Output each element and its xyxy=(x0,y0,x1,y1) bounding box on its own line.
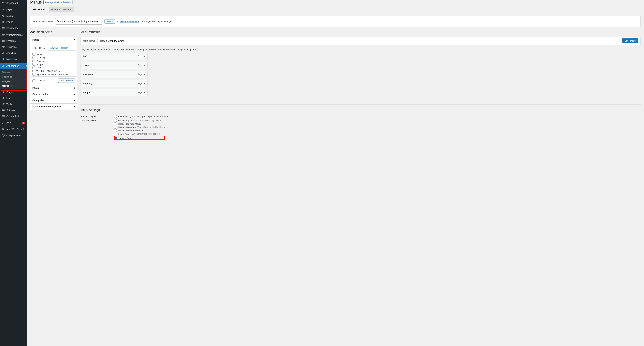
chevron-down-icon[interactable]: ▾ xyxy=(144,91,145,94)
menu-structure-item[interactable]: Sales Page ▾ xyxy=(80,62,148,69)
live-preview-button[interactable]: Manage with Live Preview xyxy=(44,0,72,4)
tab-manage-locations[interactable]: Manage Locations xyxy=(49,7,74,12)
location-checkbox[interactable] xyxy=(114,129,117,132)
sidebar-label: Users xyxy=(6,97,25,100)
accordion-container: Pages ▴ Most Recent View All Search Sale… xyxy=(30,36,77,110)
location-text: Header Top Area xyxy=(118,119,134,122)
submenu-menus[interactable]: Menus xyxy=(0,84,27,88)
page-label: Wishlist — Wishlist Page xyxy=(36,70,60,72)
select-all-label[interactable]: Select All xyxy=(32,79,45,82)
page-checkbox[interactable] xyxy=(32,66,35,69)
suffix-text: . Don't forget to save your changes! xyxy=(139,20,173,23)
sidebar-collapse[interactable]: Collapse menu xyxy=(0,132,27,138)
svg-rect-6 xyxy=(2,116,3,117)
menu-structure-item[interactable]: FAQ Page ▾ xyxy=(80,53,148,60)
page-checkbox[interactable] xyxy=(32,63,35,66)
select-button[interactable]: Select xyxy=(104,19,115,24)
svg-point-10 xyxy=(2,134,4,136)
auto-add-option[interactable]: Automatically add new top-level pages to… xyxy=(114,115,168,118)
pages-tabs: Most Recent View All Search xyxy=(32,44,75,50)
submenu-widgets[interactable]: Widgets xyxy=(0,79,27,84)
sidebar-item-posts[interactable]: Posts xyxy=(0,7,27,13)
sidebar-item-marketing[interactable]: Marketing xyxy=(0,56,27,62)
page-checkbox[interactable] xyxy=(32,73,35,76)
location-checkbox[interactable] xyxy=(114,119,117,122)
page-checkbox[interactable] xyxy=(32,53,35,56)
accordion-posts-header[interactable]: Posts ▾ xyxy=(30,85,77,91)
submenu-customize[interactable]: Customize xyxy=(0,74,27,79)
page-label: My account — My Account Page xyxy=(36,73,68,76)
chevron-down-icon[interactable]: ▾ xyxy=(144,73,145,76)
tab-view-all[interactable]: View All xyxy=(48,46,59,50)
select-all-checkbox[interactable] xyxy=(32,79,35,82)
sidebar-item-tools[interactable]: Tools xyxy=(0,101,27,107)
sidebar-item-seo[interactable]: Y SEO 2 xyxy=(0,120,27,126)
tab-most-recent[interactable]: Most Recent xyxy=(32,46,48,50)
select-all-row: Select All Add to Menu xyxy=(30,76,77,85)
sidebar-item-pages[interactable]: Pages xyxy=(0,19,27,25)
location-option[interactable]: Header Main Area (Currently set to: Mobi… xyxy=(114,126,165,128)
menu-item-type: Page xyxy=(138,73,142,76)
sidebar-label: Posts xyxy=(6,8,25,11)
sidebar-item-plugins[interactable]: Plugins xyxy=(0,89,27,95)
create-menu-link[interactable]: create a new menu xyxy=(120,20,139,23)
sidebar-item-dashboard[interactable]: Dashboard xyxy=(0,0,27,6)
sidebar-item-settings[interactable]: Settings xyxy=(0,107,27,113)
add-to-menu-button[interactable]: Add to Menu xyxy=(58,78,75,83)
page-checkbox[interactable] xyxy=(32,56,35,59)
sidebar-item-appearance[interactable]: Appearance xyxy=(0,63,27,69)
accordion-categories-header[interactable]: Categories ▾ xyxy=(30,97,77,103)
sidebar-item-woocommerce[interactable]: WooCommerce xyxy=(0,32,27,38)
page-checkbox[interactable] xyxy=(32,70,35,72)
comments-icon xyxy=(2,26,5,30)
sidebar-item-analytics[interactable]: Analytics xyxy=(0,50,27,56)
sidebar-item-comments[interactable]: Comments xyxy=(0,25,27,31)
page-checkbox[interactable] xyxy=(32,60,35,62)
menu-select-dropdown[interactable]: Support Menu (desktop) (Support Area) xyxy=(55,18,103,24)
menu-name-input[interactable] xyxy=(97,39,139,43)
sidebar-item-media[interactable]: Media xyxy=(0,13,27,19)
tab-search[interactable]: Search xyxy=(60,46,70,50)
pages-checkbox-list[interactable]: Sales Shipping Payments Support FAQ Wish… xyxy=(30,52,77,76)
users-icon xyxy=(2,96,5,100)
accordion-custom-links-header[interactable]: Custom Links ▾ xyxy=(30,91,77,97)
menu-structure-item[interactable]: Support Page ▾ xyxy=(80,89,148,96)
accordion-woo-header[interactable]: WooCommerce endpoints ▾ xyxy=(30,104,77,110)
sidebar-label: Analytics xyxy=(6,52,25,54)
sidebar-item-products[interactable]: Products xyxy=(0,38,27,44)
location-checkbox[interactable] xyxy=(114,122,117,125)
location-text: Header Top Area Mobile xyxy=(118,123,142,125)
select-all-text: Select All xyxy=(36,79,45,82)
submenu-themes[interactable]: Themes xyxy=(0,70,27,74)
location-option[interactable]: Support Area xyxy=(114,136,165,140)
sidebar-item-users[interactable]: Users xyxy=(0,95,27,101)
sidebar-label: WooCommerce xyxy=(6,34,25,36)
chevron-down-icon: ▾ xyxy=(74,105,75,108)
sidebar-item-adv-woo-search[interactable]: Adv. Woo Search xyxy=(0,126,27,132)
menu-item-title: Support xyxy=(83,91,92,94)
location-option[interactable]: Header Main Area Mobile xyxy=(114,129,165,132)
chevron-down-icon[interactable]: ▾ xyxy=(144,82,145,85)
accordion-pages-header[interactable]: Pages ▴ xyxy=(30,37,77,43)
location-checkbox[interactable] xyxy=(114,126,117,128)
woocommerce-icon xyxy=(2,33,5,36)
save-menu-button[interactable]: Save Menu xyxy=(622,38,638,43)
location-option[interactable]: Header Top Area Mobile xyxy=(114,122,165,125)
location-checkbox[interactable] xyxy=(115,136,118,139)
menu-structure-item[interactable]: Shipping Page ▾ xyxy=(80,80,148,87)
chevron-down-icon[interactable]: ▾ xyxy=(144,55,145,58)
sidebar-label: SEO xyxy=(6,122,22,124)
tab-edit-menus[interactable]: Edit Menus xyxy=(30,7,48,12)
menu-structure-item[interactable]: Payments Page ▾ xyxy=(80,71,148,78)
sidebar-label: Appearance xyxy=(6,64,25,67)
location-option[interactable]: Footer Area (Currently set to: Footer de… xyxy=(114,132,165,135)
admin-body: Menus Manage with Live Preview Edit Menu… xyxy=(27,0,644,346)
menu-item-title: FAQ xyxy=(83,55,88,58)
sidebar-item-custom-fields[interactable]: Custom Fields xyxy=(0,113,27,119)
location-checkbox[interactable] xyxy=(114,132,117,135)
custom-fields-icon xyxy=(2,114,5,118)
chevron-down-icon[interactable]: ▾ xyxy=(144,64,145,66)
auto-add-checkbox[interactable] xyxy=(114,115,117,118)
location-option[interactable]: Header Top Area (Currently set to: Top m… xyxy=(114,119,165,122)
sidebar-item-wishlist[interactable]: TI Wishlist xyxy=(0,44,27,50)
